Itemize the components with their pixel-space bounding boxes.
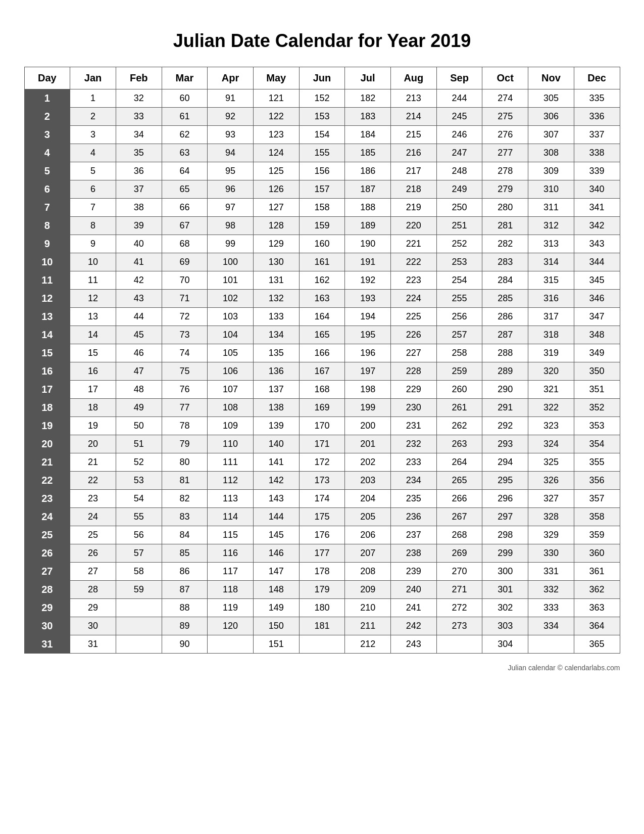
- julian-day-cell-may: 126: [253, 180, 299, 199]
- julian-day-cell-jan: 21: [70, 453, 116, 472]
- julian-day-cell-nov: 312: [528, 217, 574, 235]
- julian-day-cell-jul: 209: [345, 581, 391, 599]
- julian-day-cell-sep: 263: [436, 435, 482, 453]
- day-cell: 23: [24, 490, 70, 508]
- table-row: 13134472103133164194225256286317347: [24, 308, 620, 326]
- julian-day-cell-dec: 342: [574, 217, 620, 235]
- table-row: 88396798128159189220251281312342: [24, 217, 620, 235]
- julian-day-cell-apr: 108: [208, 399, 254, 417]
- julian-day-cell-feb: 45: [116, 326, 162, 344]
- column-header-day: Day: [24, 67, 70, 89]
- julian-day-cell-dec: 353: [574, 417, 620, 435]
- julian-day-cell-jan: 24: [70, 508, 116, 526]
- julian-day-cell-dec: 361: [574, 563, 620, 581]
- julian-day-cell-sep: 268: [436, 526, 482, 544]
- julian-day-cell-aug: 237: [391, 526, 437, 544]
- julian-day-cell-may: 147: [253, 563, 299, 581]
- table-row: 22336192122153183214245275306336: [24, 108, 620, 126]
- julian-day-cell-apr: 116: [208, 544, 254, 563]
- julian-day-cell-oct: 275: [482, 108, 528, 126]
- julian-day-cell-jun: 169: [299, 399, 345, 417]
- day-cell: 31: [24, 635, 70, 654]
- julian-day-cell-mar: 78: [162, 417, 208, 435]
- julian-day-cell-feb: 55: [116, 508, 162, 526]
- julian-day-cell-mar: 87: [162, 581, 208, 599]
- table-row: 25255684115145176206237268298329359: [24, 526, 620, 544]
- julian-day-cell-jan: 29: [70, 599, 116, 617]
- julian-day-cell-nov: 307: [528, 126, 574, 144]
- julian-day-cell-jun: 164: [299, 308, 345, 326]
- julian-day-cell-feb: 54: [116, 490, 162, 508]
- julian-day-cell-aug: 214: [391, 108, 437, 126]
- julian-day-cell-feb: 56: [116, 526, 162, 544]
- julian-day-cell-apr: 99: [208, 235, 254, 253]
- julian-day-cell-jun: 163: [299, 290, 345, 308]
- day-cell: 22: [24, 472, 70, 490]
- julian-day-cell-oct: 282: [482, 235, 528, 253]
- julian-day-cell-aug: 220: [391, 217, 437, 235]
- julian-day-cell-oct: 288: [482, 344, 528, 362]
- julian-day-cell-oct: 300: [482, 563, 528, 581]
- julian-day-cell-oct: 297: [482, 508, 528, 526]
- julian-day-cell-dec: 344: [574, 253, 620, 271]
- day-cell: 5: [24, 162, 70, 180]
- julian-day-cell-may: 148: [253, 581, 299, 599]
- julian-day-cell-nov: 333: [528, 599, 574, 617]
- julian-day-cell-mar: 70: [162, 271, 208, 290]
- julian-day-cell-dec: 346: [574, 290, 620, 308]
- julian-day-cell-jan: 17: [70, 381, 116, 399]
- julian-day-cell-apr: 95: [208, 162, 254, 180]
- table-row: 303089120150181211242273303334364: [24, 617, 620, 635]
- julian-day-cell-jan: 15: [70, 344, 116, 362]
- julian-day-cell-jun: 168: [299, 381, 345, 399]
- julian-day-cell-aug: 222: [391, 253, 437, 271]
- julian-day-cell-jun: 152: [299, 89, 345, 108]
- column-header-nov: Nov: [528, 67, 574, 89]
- julian-day-cell-jan: 8: [70, 217, 116, 235]
- julian-day-cell-may: 128: [253, 217, 299, 235]
- julian-day-cell-sep: 266: [436, 490, 482, 508]
- julian-day-cell-oct: 274: [482, 89, 528, 108]
- julian-day-cell-jan: 26: [70, 544, 116, 563]
- julian-day-cell-nov: 327: [528, 490, 574, 508]
- julian-day-cell-may: 136: [253, 362, 299, 381]
- julian-day-cell-jul: 184: [345, 126, 391, 144]
- julian-day-cell-apr: 93: [208, 126, 254, 144]
- julian-day-cell-dec: 364: [574, 617, 620, 635]
- julian-day-cell-jun: 155: [299, 144, 345, 162]
- julian-day-cell-dec: 345: [574, 271, 620, 290]
- julian-day-cell-may: 131: [253, 271, 299, 290]
- column-header-aug: Aug: [391, 67, 437, 89]
- julian-day-cell-apr: 100: [208, 253, 254, 271]
- julian-day-cell-may: 150: [253, 617, 299, 635]
- julian-day-cell-dec: 341: [574, 199, 620, 217]
- day-cell: 21: [24, 453, 70, 472]
- julian-day-cell-may: 146: [253, 544, 299, 563]
- julian-day-cell-sep: 248: [436, 162, 482, 180]
- julian-day-cell-feb: 47: [116, 362, 162, 381]
- table-row: 15154674105135166196227258288319349: [24, 344, 620, 362]
- julian-day-cell-sep: 269: [436, 544, 482, 563]
- julian-day-cell-may: 135: [253, 344, 299, 362]
- julian-day-cell-feb: 40: [116, 235, 162, 253]
- julian-day-cell-aug: 226: [391, 326, 437, 344]
- julian-day-cell-jan: 2: [70, 108, 116, 126]
- day-cell: 7: [24, 199, 70, 217]
- column-header-apr: Apr: [208, 67, 254, 89]
- julian-day-cell-sep: 254: [436, 271, 482, 290]
- julian-day-cell-jan: 19: [70, 417, 116, 435]
- julian-day-cell-nov: 321: [528, 381, 574, 399]
- julian-day-cell-jun: 175: [299, 508, 345, 526]
- julian-day-cell-sep: 256: [436, 308, 482, 326]
- julian-day-cell-sep: 272: [436, 599, 482, 617]
- julian-day-cell-jan: 27: [70, 563, 116, 581]
- julian-day-cell-apr: 117: [208, 563, 254, 581]
- julian-day-cell-sep: 264: [436, 453, 482, 472]
- table-row: 23235482113143174204235266296327357: [24, 490, 620, 508]
- julian-day-cell-oct: 286: [482, 308, 528, 326]
- julian-day-cell-mar: 83: [162, 508, 208, 526]
- julian-day-cell-oct: 290: [482, 381, 528, 399]
- julian-day-cell-feb: 58: [116, 563, 162, 581]
- julian-day-cell-mar: 89: [162, 617, 208, 635]
- julian-day-cell-sep: 260: [436, 381, 482, 399]
